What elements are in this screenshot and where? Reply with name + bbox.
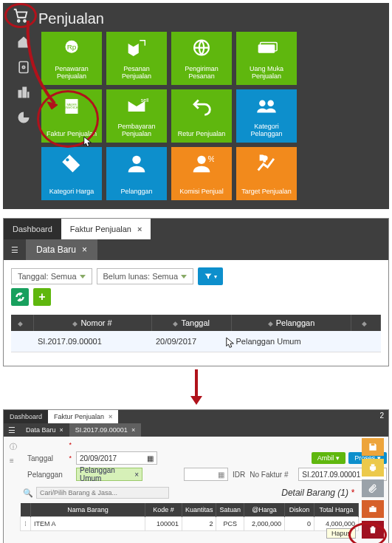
cell-nama: ITEM A (31, 517, 145, 531)
tile-target[interactable]: RpTarget Penjualan (236, 147, 297, 200)
attach-button[interactable] (362, 479, 384, 497)
cell-pelanggan: Pelanggan Umum (232, 331, 351, 352)
svg-point-0 (18, 20, 20, 22)
subtab-databaru[interactable]: Data Baru× (20, 423, 69, 437)
cell-harga: 2,000,000 (244, 517, 285, 531)
list-panel: Dashboard Faktur Penjualan× ☰ Data Baru×… (3, 218, 389, 366)
tab-dashboard[interactable]: Dashboard (4, 219, 61, 239)
briefcase-button[interactable] (362, 500, 384, 518)
col-nomor[interactable]: ◆Nomor # (33, 315, 151, 331)
detail-header: 🔍 Detail Barang (1) * (4, 485, 388, 502)
tile-komisi[interactable]: %Komisi Penjual (171, 147, 232, 200)
menu-icon[interactable]: ☰ (4, 239, 26, 260)
svg-point-3 (22, 66, 24, 68)
svg-rect-25 (369, 508, 376, 512)
tile-pengiriman[interactable]: Pengiriman Pesanan (171, 32, 232, 85)
calendar-icon[interactable]: ▦ (147, 454, 154, 462)
search-input[interactable] (36, 487, 169, 499)
field-extra[interactable]: ▦ (184, 468, 228, 481)
db-icon[interactable] (16, 60, 31, 75)
add-button[interactable]: + (33, 288, 51, 306)
cell-diskon: 0 (285, 517, 314, 531)
home-icon[interactable] (16, 35, 31, 49)
svg-point-17 (197, 156, 205, 164)
cursor-pointer-icon (83, 136, 93, 149)
svg-text:INVOICE: INVOICE (65, 106, 78, 109)
table-row[interactable]: ⁞ ITEM A 100001 2 PCS 2,000,000 0 4,000,… (21, 517, 359, 531)
cell-qty: 2 (182, 517, 216, 531)
col-select[interactable]: ◆ (11, 315, 33, 331)
module-tiles: RpPenawaran Penjualan Pesanan Penjualan … (41, 32, 382, 200)
save-button[interactable] (362, 438, 384, 456)
print-button[interactable] (362, 459, 384, 477)
svg-rect-26 (371, 506, 374, 508)
tile-kategori-pelanggan[interactable]: Kategori Pelanggan (236, 89, 297, 143)
tile-pembayaran[interactable]: sellPembayaran Penjualan (106, 89, 167, 143)
col-diskon[interactable]: Diskon (285, 503, 314, 517)
tile-pelanggan[interactable]: Pelanggan (106, 147, 167, 200)
invoice-form: ⓘ ≡ Pelanggan * Pelanggan Umum× ▦ IDR No… (4, 437, 388, 485)
close-icon[interactable]: × (137, 225, 142, 233)
search-icon: 🔍 (23, 488, 33, 498)
svg-rect-27 (371, 526, 374, 527)
subtab-doc[interactable]: SI.2017.09.00001× (69, 423, 141, 437)
list-toolbar: Tanggal: Semua Belum lunas: Semua ▾ (4, 260, 388, 288)
tile-label: Kategori Harga (49, 188, 94, 196)
close-icon[interactable]: × (60, 426, 63, 434)
list-icon[interactable]: ≡ (10, 457, 23, 465)
tab-dashboard[interactable]: Dashboard (4, 410, 48, 423)
subtab-label: Data Baru (36, 245, 76, 255)
cell-kode: 100001 (145, 517, 182, 531)
module-title: Penjualan (10, 9, 382, 32)
tab-label: Dashboard (13, 225, 52, 233)
tab-faktur[interactable]: Faktur Penjualan× (48, 410, 118, 423)
cell-satuan: PCS (216, 517, 244, 531)
field-pelanggan[interactable]: Pelanggan Umum× (76, 468, 142, 481)
chevron-down-icon (80, 275, 86, 279)
tile-retur[interactable]: Retur Penjualan (171, 89, 232, 143)
tile-uangmuka[interactable]: Uang Muka Penjualan (236, 32, 297, 85)
tile-label: Retur Penjualan (178, 131, 226, 138)
info-icon[interactable]: ⓘ (10, 442, 23, 452)
col-harga[interactable]: @Harga (244, 503, 285, 517)
filter-lunas[interactable]: Belum lunas: Semua (97, 268, 194, 284)
tab-faktur[interactable]: Faktur Penjualan× (61, 219, 151, 239)
col-handle (21, 503, 31, 517)
delete-button[interactable] (362, 521, 384, 539)
col-pelanggan[interactable]: ◆Pelanggan (232, 315, 351, 331)
col-total[interactable]: Total Harga (314, 503, 359, 517)
col-tanggal[interactable]: ◆Tanggal (151, 315, 232, 331)
label-pelanggan: Pelanggan (27, 471, 72, 479)
table-row[interactable]: SI.2017.09.00001 20/09/2017 Pelanggan Um… (11, 331, 381, 352)
menu-icon[interactable]: ☰ (4, 423, 20, 437)
close-icon[interactable]: × (109, 413, 112, 420)
close-icon[interactable]: × (82, 245, 87, 255)
company-icon[interactable] (16, 85, 31, 100)
col-nama[interactable]: Nama Barang (31, 503, 145, 517)
action-rail (362, 438, 384, 539)
table-header-row: Nama Barang Kode # Kuantitas Satuan @Har… (21, 503, 359, 517)
tile-penawaran[interactable]: RpPenawaran Penjualan (41, 32, 102, 85)
col-qty[interactable]: Kuantitas (182, 503, 216, 517)
filter-tanggal[interactable]: Tanggal: Semua (11, 268, 92, 284)
tile-faktur[interactable]: SALESINVOICEFaktur Penjualan (41, 89, 102, 143)
svg-point-13 (259, 100, 266, 107)
col-kode[interactable]: Kode # (145, 503, 182, 517)
subtab-databaru[interactable]: Data Baru× (26, 239, 97, 260)
annotation-arrow-2 (189, 369, 204, 406)
tile-label: Pesanan Penjualan (108, 66, 165, 81)
filter-button[interactable]: ▾ (198, 267, 223, 285)
tile-kategori-harga[interactable]: Kategori Harga (41, 147, 102, 200)
field-tanggal[interactable]: 20/09/2017▦ (76, 451, 157, 465)
close-icon[interactable]: × (131, 426, 135, 434)
report-icon[interactable] (16, 110, 31, 125)
subtabbar: ☰ Data Baru× (4, 239, 388, 260)
refresh-button[interactable] (11, 288, 29, 306)
cursor-pointer-icon (225, 337, 235, 350)
tile-pesanan[interactable]: Pesanan Penjualan (106, 32, 167, 85)
tile-label: Penawaran Penjualan (43, 66, 100, 81)
col-satuan[interactable]: Satuan (216, 503, 244, 517)
ambil-button[interactable]: Ambil▾ (312, 452, 346, 464)
svg-rect-2 (19, 62, 28, 73)
col-extra[interactable]: ◆ (351, 315, 381, 331)
